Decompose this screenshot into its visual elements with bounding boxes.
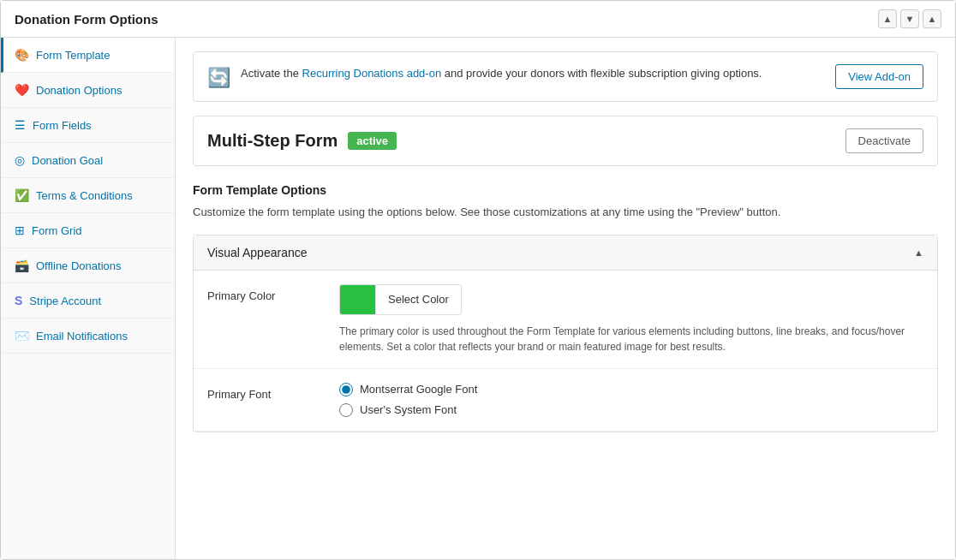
sidebar-item-label: Email Notifications	[36, 330, 128, 343]
sidebar: 🎨 Form Template ❤️ Donation Options ☰ Fo…	[1, 38, 176, 559]
panel-header[interactable]: Visual Appearance ▲	[194, 235, 937, 271]
section-title: Form Template Options	[193, 183, 938, 197]
sidebar-item-label: Donation Goal	[32, 154, 103, 167]
form-template-icon: 🎨	[15, 48, 29, 62]
form-status-row: Multi-Step Form active Deactivate	[193, 116, 938, 166]
sidebar-item-label: Form Grid	[32, 224, 82, 237]
select-color-button[interactable]: Select Color	[375, 284, 462, 315]
system-font-label: User's System Font	[360, 403, 457, 416]
system-font-radio[interactable]	[339, 403, 353, 417]
offline-icon: 🗃️	[15, 259, 29, 272]
banner-text-before: Activate the	[241, 67, 302, 80]
montserrat-radio[interactable]	[339, 383, 353, 396]
sidebar-item-donation-options[interactable]: ❤️ Donation Options	[1, 73, 175, 108]
color-picker-row: Select Color	[339, 284, 923, 315]
active-badge: active	[348, 132, 397, 150]
color-swatch[interactable]	[339, 284, 375, 315]
sidebar-item-offline-donations[interactable]: 🗃️ Offline Donations	[1, 248, 175, 283]
sidebar-item-label: Offline Donations	[36, 259, 122, 272]
banner-text: Activate the Recurring Donations add-on …	[241, 65, 762, 82]
up-btn[interactable]: ▲	[878, 9, 897, 28]
window-title: Donation Form Options	[15, 12, 158, 27]
form-grid-icon: ⊞	[15, 223, 25, 237]
window-controls: ▲ ▼ ▲	[878, 9, 941, 28]
donation-options-icon: ❤️	[15, 83, 29, 97]
sidebar-item-label: Donation Options	[36, 84, 122, 97]
primary-font-control: Montserrat Google Font User's System Fon…	[339, 383, 923, 417]
terms-icon: ✅	[15, 188, 29, 202]
sidebar-item-form-template[interactable]: 🎨 Form Template	[1, 38, 175, 73]
sidebar-item-label: Stripe Account	[29, 295, 101, 307]
sidebar-item-donation-goal[interactable]: ◎ Donation Goal	[1, 143, 175, 178]
sidebar-item-label: Form Fields	[33, 119, 92, 132]
main-content: 🔄 Activate the Recurring Donations add-o…	[176, 38, 955, 559]
sidebar-item-label: Form Template	[36, 49, 110, 62]
refresh-icon: 🔄	[207, 67, 230, 89]
form-fields-icon: ☰	[15, 118, 26, 132]
body: 🎨 Form Template ❤️ Donation Options ☰ Fo…	[1, 38, 955, 559]
deactivate-button[interactable]: Deactivate	[845, 128, 923, 153]
primary-color-row: Primary Color Select Color The primary c…	[194, 271, 937, 369]
banner-text-after: and provide your donors with flexible su…	[441, 67, 762, 80]
donation-goal-icon: ◎	[15, 153, 25, 167]
primary-font-row: Primary Font Montserrat Google Font User…	[194, 369, 937, 432]
primary-color-label: Primary Color	[207, 284, 319, 302]
form-name: Multi-Step Form	[207, 131, 338, 151]
form-status-left: Multi-Step Form active	[207, 131, 397, 151]
down-btn[interactable]: ▼	[900, 9, 919, 28]
montserrat-label: Montserrat Google Font	[360, 383, 477, 396]
font-radio-group: Montserrat Google Font User's System Fon…	[339, 383, 923, 417]
email-icon: ✉️	[15, 329, 29, 343]
sidebar-item-email-notifications[interactable]: ✉️ Email Notifications	[1, 319, 175, 354]
stripe-icon: S	[15, 294, 22, 307]
sidebar-item-form-fields[interactable]: ☰ Form Fields	[1, 108, 175, 143]
panel-header-title: Visual Appearance	[207, 246, 308, 259]
collapse-btn[interactable]: ▲	[923, 9, 941, 28]
recurring-donations-link[interactable]: Recurring Donations add-on	[302, 67, 442, 80]
font-option-montserrat[interactable]: Montserrat Google Font	[339, 383, 923, 396]
font-option-system[interactable]: User's System Font	[339, 403, 923, 417]
view-addon-button[interactable]: View Add-on	[835, 64, 923, 89]
visual-appearance-panel: Visual Appearance ▲ Primary Color Select…	[193, 235, 938, 432]
recurring-donations-banner: 🔄 Activate the Recurring Donations add-o…	[193, 51, 938, 102]
section-desc: Customize the form template using the op…	[193, 204, 938, 221]
sidebar-item-form-grid[interactable]: ⊞ Form Grid	[1, 213, 175, 248]
primary-color-control: Select Color The primary color is used t…	[339, 284, 923, 354]
primary-color-hint: The primary color is used throughout the…	[339, 324, 923, 354]
sidebar-item-stripe-account[interactable]: S Stripe Account	[1, 283, 175, 319]
primary-font-label: Primary Font	[207, 383, 319, 401]
panel-body: Primary Color Select Color The primary c…	[194, 271, 937, 432]
sidebar-item-terms-conditions[interactable]: ✅ Terms & Conditions	[1, 178, 175, 213]
banner-left: 🔄 Activate the Recurring Donations add-o…	[207, 65, 762, 89]
collapse-panel-icon: ▲	[914, 247, 923, 258]
main-window: Donation Form Options ▲ ▼ ▲ 🎨 Form Templ…	[0, 0, 956, 560]
title-bar: Donation Form Options ▲ ▼ ▲	[1, 1, 955, 38]
sidebar-item-label: Terms & Conditions	[36, 189, 133, 202]
